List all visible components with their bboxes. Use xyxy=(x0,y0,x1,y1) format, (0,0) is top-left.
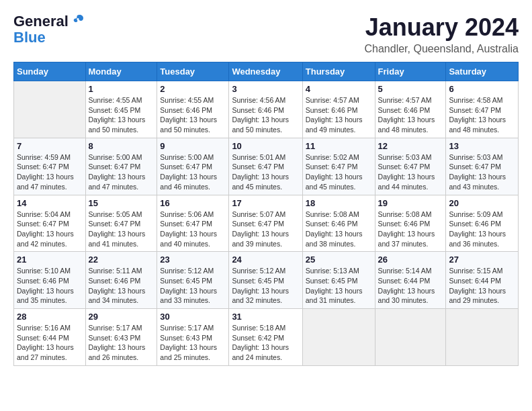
title-area: January 2024 Chandler, Queensland, Austr… xyxy=(365,13,519,55)
day-info: Sunrise: 5:15 AM Sunset: 6:44 PM Dayligh… xyxy=(449,266,515,306)
day-number: 4 xyxy=(306,84,372,94)
calendar-week-3: 14Sunrise: 5:04 AM Sunset: 6:47 PM Dayli… xyxy=(14,195,519,252)
day-info: Sunrise: 5:06 AM Sunset: 6:47 PM Dayligh… xyxy=(160,210,226,249)
calendar-cell: 17Sunrise: 5:07 AM Sunset: 6:47 PM Dayli… xyxy=(229,195,302,252)
day-info: Sunrise: 5:02 AM Sunset: 6:47 PM Dayligh… xyxy=(306,152,372,192)
day-number: 11 xyxy=(306,141,372,151)
day-number: 9 xyxy=(160,141,226,151)
calendar-cell: 15Sunrise: 5:05 AM Sunset: 6:47 PM Dayli… xyxy=(85,195,157,252)
day-info: Sunrise: 5:12 AM Sunset: 6:45 PM Dayligh… xyxy=(232,266,299,306)
calendar-cell: 1Sunrise: 4:55 AM Sunset: 6:45 PM Daylig… xyxy=(85,81,157,138)
day-header-wednesday: Wednesday xyxy=(229,62,302,81)
calendar-cell xyxy=(302,309,375,366)
day-info: Sunrise: 5:17 AM Sunset: 6:43 PM Dayligh… xyxy=(89,323,154,363)
day-info: Sunrise: 5:08 AM Sunset: 6:46 PM Dayligh… xyxy=(378,210,443,249)
day-number: 1 xyxy=(89,84,154,94)
calendar-cell xyxy=(14,81,86,138)
calendar-cell xyxy=(375,309,446,366)
day-info: Sunrise: 4:56 AM Sunset: 6:46 PM Dayligh… xyxy=(232,95,299,135)
calendar-table: SundayMondayTuesdayWednesdayThursdayFrid… xyxy=(13,62,519,366)
day-number: 27 xyxy=(449,255,515,265)
day-info: Sunrise: 5:08 AM Sunset: 6:46 PM Dayligh… xyxy=(306,210,372,249)
calendar-header-row: SundayMondayTuesdayWednesdayThursdayFrid… xyxy=(14,62,519,81)
day-number: 25 xyxy=(306,255,372,265)
calendar-cell: 30Sunrise: 5:17 AM Sunset: 6:43 PM Dayli… xyxy=(157,309,229,366)
day-info: Sunrise: 5:11 AM Sunset: 6:46 PM Dayligh… xyxy=(89,266,154,306)
calendar-cell: 23Sunrise: 5:12 AM Sunset: 6:45 PM Dayli… xyxy=(157,252,229,309)
logo-blue: Blue xyxy=(13,30,46,46)
calendar-cell: 18Sunrise: 5:08 AM Sunset: 6:46 PM Dayli… xyxy=(302,195,375,252)
day-info: Sunrise: 4:58 AM Sunset: 6:47 PM Dayligh… xyxy=(449,95,515,135)
day-info: Sunrise: 5:03 AM Sunset: 6:47 PM Dayligh… xyxy=(449,152,515,192)
day-info: Sunrise: 5:16 AM Sunset: 6:44 PM Dayligh… xyxy=(17,323,83,363)
day-header-saturday: Saturday xyxy=(446,62,519,81)
day-info: Sunrise: 5:04 AM Sunset: 6:47 PM Dayligh… xyxy=(17,210,83,249)
calendar-week-5: 28Sunrise: 5:16 AM Sunset: 6:44 PM Dayli… xyxy=(14,309,519,366)
calendar-cell: 6Sunrise: 4:58 AM Sunset: 6:47 PM Daylig… xyxy=(446,81,519,138)
calendar-cell: 22Sunrise: 5:11 AM Sunset: 6:46 PM Dayli… xyxy=(85,252,157,309)
calendar-cell xyxy=(446,309,519,366)
day-info: Sunrise: 5:10 AM Sunset: 6:46 PM Dayligh… xyxy=(17,266,83,306)
calendar-cell: 8Sunrise: 5:00 AM Sunset: 6:47 PM Daylig… xyxy=(85,138,157,195)
day-info: Sunrise: 4:57 AM Sunset: 6:46 PM Dayligh… xyxy=(378,95,443,135)
calendar-cell: 2Sunrise: 4:55 AM Sunset: 6:46 PM Daylig… xyxy=(157,81,229,138)
calendar-cell: 9Sunrise: 5:00 AM Sunset: 6:47 PM Daylig… xyxy=(157,138,229,195)
day-info: Sunrise: 5:13 AM Sunset: 6:45 PM Dayligh… xyxy=(306,266,372,306)
calendar-title: January 2024 xyxy=(365,13,519,42)
day-number: 13 xyxy=(449,141,515,151)
day-number: 16 xyxy=(160,198,226,208)
day-number: 20 xyxy=(449,198,515,208)
calendar-cell: 24Sunrise: 5:12 AM Sunset: 6:45 PM Dayli… xyxy=(229,252,302,309)
calendar-cell: 10Sunrise: 5:01 AM Sunset: 6:47 PM Dayli… xyxy=(229,138,302,195)
day-info: Sunrise: 5:09 AM Sunset: 6:46 PM Dayligh… xyxy=(449,210,515,249)
day-info: Sunrise: 5:05 AM Sunset: 6:47 PM Dayligh… xyxy=(89,210,154,249)
calendar-cell: 26Sunrise: 5:14 AM Sunset: 6:44 PM Dayli… xyxy=(375,252,446,309)
day-header-friday: Friday xyxy=(375,62,446,81)
logo-general: General xyxy=(13,13,69,30)
day-info: Sunrise: 5:12 AM Sunset: 6:45 PM Dayligh… xyxy=(160,266,226,306)
calendar-cell: 13Sunrise: 5:03 AM Sunset: 6:47 PM Dayli… xyxy=(446,138,519,195)
day-number: 24 xyxy=(232,255,299,265)
day-number: 6 xyxy=(449,84,515,94)
calendar-cell: 14Sunrise: 5:04 AM Sunset: 6:47 PM Dayli… xyxy=(14,195,86,252)
calendar-cell: 21Sunrise: 5:10 AM Sunset: 6:46 PM Dayli… xyxy=(14,252,86,309)
calendar-cell: 5Sunrise: 4:57 AM Sunset: 6:46 PM Daylig… xyxy=(375,81,446,138)
day-number: 22 xyxy=(89,255,154,265)
day-number: 5 xyxy=(378,84,443,94)
day-header-sunday: Sunday xyxy=(14,62,86,81)
day-number: 17 xyxy=(232,198,299,208)
day-number: 15 xyxy=(89,198,154,208)
day-number: 8 xyxy=(89,141,154,151)
day-number: 18 xyxy=(306,198,372,208)
day-header-monday: Monday xyxy=(85,62,157,81)
day-number: 10 xyxy=(232,141,299,151)
calendar-cell: 20Sunrise: 5:09 AM Sunset: 6:46 PM Dayli… xyxy=(446,195,519,252)
calendar-cell: 7Sunrise: 4:59 AM Sunset: 6:47 PM Daylig… xyxy=(14,138,86,195)
calendar-cell: 31Sunrise: 5:18 AM Sunset: 6:42 PM Dayli… xyxy=(229,309,302,366)
calendar-cell: 19Sunrise: 5:08 AM Sunset: 6:46 PM Dayli… xyxy=(375,195,446,252)
day-info: Sunrise: 5:17 AM Sunset: 6:43 PM Dayligh… xyxy=(160,323,226,363)
day-number: 28 xyxy=(17,312,83,322)
day-header-thursday: Thursday xyxy=(302,62,375,81)
day-info: Sunrise: 5:07 AM Sunset: 6:47 PM Dayligh… xyxy=(232,210,299,249)
calendar-week-1: 1Sunrise: 4:55 AM Sunset: 6:45 PM Daylig… xyxy=(14,81,519,138)
calendar-cell: 27Sunrise: 5:15 AM Sunset: 6:44 PM Dayli… xyxy=(446,252,519,309)
page-header: General Blue January 2024 Chandler, Quee… xyxy=(13,13,519,55)
calendar-cell: 12Sunrise: 5:03 AM Sunset: 6:47 PM Dayli… xyxy=(375,138,446,195)
day-number: 23 xyxy=(160,255,226,265)
day-number: 21 xyxy=(17,255,83,265)
day-number: 3 xyxy=(232,84,299,94)
calendar-cell: 28Sunrise: 5:16 AM Sunset: 6:44 PM Dayli… xyxy=(14,309,86,366)
day-number: 2 xyxy=(160,84,226,94)
calendar-cell: 25Sunrise: 5:13 AM Sunset: 6:45 PM Dayli… xyxy=(302,252,375,309)
day-number: 12 xyxy=(378,141,443,151)
calendar-cell: 3Sunrise: 4:56 AM Sunset: 6:46 PM Daylig… xyxy=(229,81,302,138)
day-info: Sunrise: 4:57 AM Sunset: 6:46 PM Dayligh… xyxy=(306,95,372,135)
day-number: 31 xyxy=(232,312,299,322)
day-info: Sunrise: 5:14 AM Sunset: 6:44 PM Dayligh… xyxy=(378,266,443,306)
day-number: 14 xyxy=(17,198,83,208)
calendar-week-2: 7Sunrise: 4:59 AM Sunset: 6:47 PM Daylig… xyxy=(14,138,519,195)
calendar-cell: 11Sunrise: 5:02 AM Sunset: 6:47 PM Dayli… xyxy=(302,138,375,195)
day-info: Sunrise: 5:00 AM Sunset: 6:47 PM Dayligh… xyxy=(89,152,154,192)
day-number: 19 xyxy=(378,198,443,208)
